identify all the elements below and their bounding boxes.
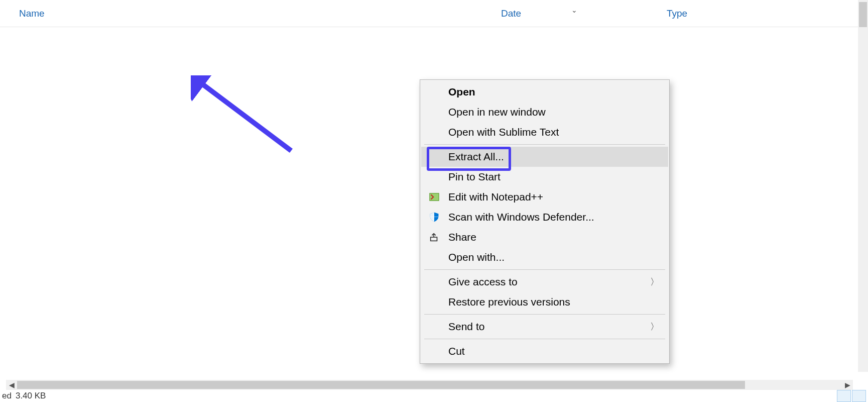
ctx-separator [424, 269, 665, 270]
scroll-thumb[interactable] [17, 381, 745, 389]
ctx-pin-to-start[interactable]: Pin to Start [421, 167, 668, 187]
ctx-extract-all[interactable]: Extract All... [421, 147, 668, 167]
scroll-track[interactable] [17, 380, 842, 390]
scroll-right-icon[interactable]: ▶ [842, 380, 853, 390]
chevron-right-icon: 〉 [650, 276, 659, 288]
ctx-share[interactable]: Share [421, 227, 668, 247]
chevron-right-icon: 〉 [650, 321, 659, 333]
ctx-scan-defender[interactable]: Scan with Windows Defender... [421, 207, 668, 227]
ctx-open-with[interactable]: Open with... [421, 247, 668, 267]
sort-indicator-icon: ⌄ [571, 6, 577, 14]
ctx-open-new-window[interactable]: Open in new window [421, 102, 668, 122]
svg-rect-0 [430, 193, 439, 201]
context-menu: Open Open in new window Open with Sublim… [420, 79, 670, 364]
vertical-scrollbar[interactable] [858, 0, 868, 372]
notepadpp-icon [428, 191, 440, 203]
ctx-send-to[interactable]: Send to 〉 [421, 317, 668, 337]
view-details-icon[interactable] [837, 390, 851, 402]
shield-icon [428, 211, 440, 223]
svg-rect-2 [431, 237, 437, 241]
horizontal-scrollbar[interactable]: ◀ ▶ [6, 380, 853, 390]
column-header: Name Date ⌄ Type [0, 0, 868, 27]
share-icon [428, 231, 440, 243]
column-header-date[interactable]: Date ⌄ [501, 8, 667, 19]
scroll-left-icon[interactable]: ◀ [6, 380, 17, 390]
ctx-cut[interactable]: Cut [421, 341, 668, 361]
ctx-separator [424, 144, 665, 145]
svg-line-3 [201, 83, 291, 151]
ctx-open-sublime[interactable]: Open with Sublime Text [421, 122, 668, 142]
svg-rect-1 [430, 217, 439, 217]
ctx-separator [424, 339, 665, 339]
view-switch[interactable] [837, 390, 866, 402]
ctx-restore-previous[interactable]: Restore previous versions [421, 292, 668, 312]
status-size: 3.40 KB [16, 391, 46, 401]
column-header-name[interactable]: Name [0, 8, 501, 19]
column-header-date-label: Date [501, 8, 521, 19]
ctx-separator [424, 314, 665, 315]
view-large-icon[interactable] [852, 390, 866, 402]
ctx-edit-notepadpp[interactable]: Edit with Notepad++ [421, 187, 668, 207]
scroll-thumb[interactable] [859, 2, 867, 27]
ctx-give-access-to[interactable]: Give access to 〉 [421, 272, 668, 292]
column-header-type[interactable]: Type [667, 8, 868, 19]
ctx-open[interactable]: Open [421, 82, 668, 102]
status-bar: ed 3.40 KB [0, 390, 46, 402]
annotation-arrow-icon [191, 75, 301, 156]
